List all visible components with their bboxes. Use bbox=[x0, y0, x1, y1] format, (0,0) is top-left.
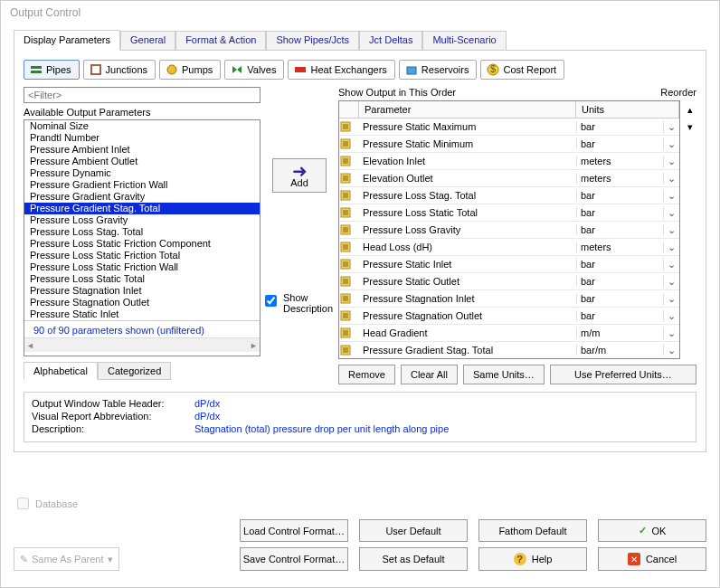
fathom-default-button[interactable]: Fathom Default bbox=[478, 519, 587, 542]
list-item[interactable]: Pressure Gradient Gravity bbox=[24, 191, 260, 203]
tab-general[interactable]: General bbox=[120, 31, 175, 50]
list-item[interactable]: Pressure Static Inlet bbox=[24, 308, 260, 320]
table-row[interactable]: Elevation Outletmeters⌄ bbox=[339, 170, 679, 187]
list-item[interactable]: Pressure Loss Static Total bbox=[24, 273, 260, 285]
main-tabstrip: Display Parameters General Format & Acti… bbox=[14, 29, 706, 51]
tab-multi-scenario[interactable]: Multi-Scenario bbox=[422, 31, 506, 50]
add-button[interactable]: ➜ Add bbox=[272, 158, 327, 193]
list-item[interactable]: Pressure Stagnation Outlet bbox=[24, 297, 260, 308]
units-dropdown[interactable]: ⌄ bbox=[663, 173, 679, 185]
table-row[interactable]: Head Gradientm/m⌄ bbox=[339, 325, 679, 342]
units-dropdown[interactable]: ⌄ bbox=[663, 156, 679, 167]
list-item[interactable]: Pressure Stagnation Inlet bbox=[24, 285, 260, 297]
output-order-grid[interactable]: Parameter Units Pressure Static Maximumb… bbox=[338, 100, 680, 359]
set-as-default-button[interactable]: Set as Default bbox=[359, 547, 468, 571]
units-dropdown[interactable]: ⌄ bbox=[663, 293, 679, 305]
table-row[interactable]: Pressure Stagnation Outletbar⌄ bbox=[339, 308, 679, 325]
chevron-down-icon: ▾ bbox=[108, 554, 113, 565]
table-row[interactable]: Elevation Inletmeters⌄ bbox=[339, 153, 679, 170]
available-parameters-list[interactable]: Nominal SizePrandtl NumberPressure Ambie… bbox=[24, 119, 261, 356]
same-units-button[interactable]: Same Units… bbox=[463, 365, 545, 384]
subtab-pumps[interactable]: Pumps bbox=[159, 60, 221, 80]
units-dropdown[interactable]: ⌄ bbox=[663, 327, 679, 339]
table-row[interactable]: Head Loss (dH)meters⌄ bbox=[339, 239, 679, 256]
sort-alphabetical[interactable]: Alphabetical bbox=[24, 362, 98, 380]
list-item[interactable]: Pressure Gradient Friction Wall bbox=[24, 179, 260, 191]
row-handle-icon[interactable] bbox=[339, 309, 359, 322]
row-handle-icon[interactable] bbox=[339, 189, 359, 202]
list-item[interactable]: Pressure Ambient Outlet bbox=[24, 156, 260, 167]
units-dropdown[interactable]: ⌄ bbox=[663, 190, 679, 202]
subtab-reservoirs[interactable]: Reservoirs bbox=[399, 60, 478, 80]
row-handle-icon[interactable] bbox=[339, 241, 359, 253]
list-item[interactable]: Pressure Ambient Inlet bbox=[24, 144, 260, 156]
units-dropdown[interactable]: ⌄ bbox=[663, 345, 679, 356]
units-dropdown[interactable]: ⌄ bbox=[663, 121, 679, 133]
tab-format-action[interactable]: Format & Action bbox=[175, 31, 266, 50]
row-handle-icon[interactable] bbox=[339, 327, 359, 339]
row-handle-icon[interactable] bbox=[339, 120, 359, 133]
list-item[interactable]: Pressure Loss Gravity bbox=[24, 214, 260, 226]
table-row[interactable]: Pressure Gradient Stag. Totalbar/m⌄ bbox=[339, 342, 679, 356]
row-handle-icon[interactable] bbox=[339, 172, 359, 185]
list-item[interactable]: Pressure Loss Stag. Total bbox=[24, 226, 260, 238]
units-dropdown[interactable]: ⌄ bbox=[663, 138, 679, 150]
units-dropdown[interactable]: ⌄ bbox=[663, 207, 679, 219]
subtab-cost-report[interactable]: $ Cost Report bbox=[480, 60, 564, 80]
column-parameter[interactable]: Parameter bbox=[359, 101, 576, 118]
units-dropdown[interactable]: ⌄ bbox=[663, 259, 679, 270]
preferred-units-button[interactable]: Use Preferred Units… bbox=[550, 365, 696, 384]
remove-button[interactable]: Remove bbox=[338, 365, 395, 384]
tab-show-pipes-jcts[interactable]: Show Pipes/Jcts bbox=[266, 31, 359, 50]
table-row[interactable]: Pressure Static Inletbar⌄ bbox=[339, 256, 679, 273]
list-item[interactable]: Pressure Loss Static Friction Total bbox=[24, 250, 260, 261]
units-dropdown[interactable]: ⌄ bbox=[663, 310, 679, 322]
table-row[interactable]: Pressure Static Outletbar⌄ bbox=[339, 273, 679, 290]
table-row[interactable]: Pressure Stagnation Inletbar⌄ bbox=[339, 290, 679, 308]
table-row[interactable]: Pressure Loss Gravitybar⌄ bbox=[339, 222, 679, 239]
list-item[interactable]: Pressure Loss Static Friction Wall bbox=[24, 261, 260, 273]
table-row[interactable]: Pressure Loss Static Totalbar⌄ bbox=[339, 204, 679, 222]
tab-display-parameters[interactable]: Display Parameters bbox=[14, 30, 120, 51]
horizontal-scrollbar[interactable]: ◄► bbox=[24, 337, 260, 352]
filter-input[interactable] bbox=[24, 87, 261, 103]
list-item[interactable]: Nominal Size bbox=[24, 120, 260, 132]
units-dropdown[interactable]: ⌄ bbox=[663, 242, 679, 253]
row-handle-icon[interactable] bbox=[339, 138, 359, 150]
row-handle-icon[interactable] bbox=[339, 275, 359, 288]
sort-categorized[interactable]: Categorized bbox=[98, 362, 171, 380]
row-handle-icon[interactable] bbox=[339, 344, 359, 356]
list-item[interactable]: Pressure Dynamic bbox=[24, 167, 260, 179]
units-dropdown[interactable]: ⌄ bbox=[663, 276, 679, 288]
row-handle-icon[interactable] bbox=[339, 258, 359, 270]
table-row[interactable]: Pressure Static Maximumbar⌄ bbox=[339, 119, 679, 136]
ok-button[interactable]: ✓OK bbox=[598, 519, 706, 542]
column-units[interactable]: Units bbox=[576, 101, 679, 118]
table-row[interactable]: Pressure Static Minimumbar⌄ bbox=[339, 136, 679, 153]
tab-jct-deltas[interactable]: Jct Deltas bbox=[359, 31, 422, 50]
move-up-icon[interactable]: ▴ bbox=[687, 104, 693, 116]
subtab-heat-exchangers[interactable]: Heat Exchangers bbox=[288, 60, 394, 80]
help-button[interactable]: ?Help bbox=[478, 547, 587, 571]
subtab-valves[interactable]: Valves bbox=[224, 60, 284, 80]
subtab-pipes[interactable]: Pipes bbox=[24, 60, 80, 80]
move-down-icon[interactable]: ▾ bbox=[687, 121, 693, 133]
list-item[interactable]: Pressure Loss Static Friction Component bbox=[24, 238, 260, 250]
row-handle-icon[interactable] bbox=[339, 223, 359, 236]
row-handle-icon[interactable] bbox=[339, 155, 359, 167]
save-control-format-button[interactable]: Save Control Format… bbox=[240, 547, 348, 571]
list-item[interactable]: Prandtl Number bbox=[24, 132, 260, 144]
table-row[interactable]: Pressure Loss Stag. Totalbar⌄ bbox=[339, 187, 679, 204]
subtab-junctions[interactable]: Junctions bbox=[83, 60, 156, 80]
cancel-button[interactable]: ✕Cancel bbox=[598, 547, 706, 571]
clear-all-button[interactable]: Clear All bbox=[401, 365, 458, 384]
show-description-checkbox[interactable]: Show Description bbox=[261, 292, 337, 314]
list-item[interactable]: Pressure Gradient Stag. Total bbox=[24, 203, 260, 214]
load-control-format-button[interactable]: Load Control Format… bbox=[240, 519, 348, 542]
order-label: Show Output in This Order bbox=[338, 87, 456, 98]
user-default-button[interactable]: User Default bbox=[359, 519, 468, 542]
row-handle-icon[interactable] bbox=[339, 206, 359, 219]
arrow-right-icon: ➜ bbox=[273, 165, 326, 177]
row-handle-icon[interactable] bbox=[339, 292, 359, 305]
units-dropdown[interactable]: ⌄ bbox=[663, 224, 679, 236]
